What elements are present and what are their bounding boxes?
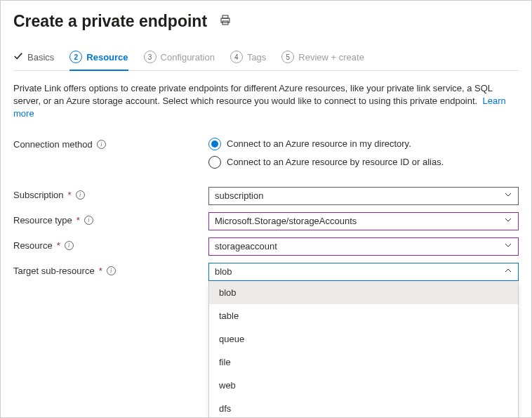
dropdown-option-file[interactable]: file xyxy=(209,351,518,374)
tab-configuration[interactable]: 3 Configuration xyxy=(144,51,215,70)
description-text: Private Link offers options to create pr… xyxy=(13,82,519,121)
select-value: storageaccount xyxy=(215,241,277,252)
select-value: blob xyxy=(215,266,232,277)
target-sub-resource-label: Target sub-resource xyxy=(13,266,95,276)
tab-label: Review + create xyxy=(298,52,364,63)
dropdown-option-queue[interactable]: queue xyxy=(209,327,518,351)
svg-rect-0 xyxy=(222,15,228,18)
step-number-icon: 2 xyxy=(69,51,82,63)
tab-basics[interactable]: Basics xyxy=(13,51,54,70)
tab-label: Configuration xyxy=(161,52,215,63)
required-mark: * xyxy=(57,240,60,251)
select-value: Microsoft.Storage/storageAccounts xyxy=(215,216,357,226)
radio-connect-resource-id[interactable] xyxy=(208,156,221,169)
tabs-nav: Basics 2 Resource 3 Configuration 4 Tags… xyxy=(13,51,519,71)
required-mark: * xyxy=(77,215,80,226)
tab-tags[interactable]: 4 Tags xyxy=(230,51,266,70)
dropdown-option-dfs[interactable]: dfs xyxy=(209,397,518,418)
info-icon[interactable]: i xyxy=(65,241,74,250)
resource-type-select[interactable]: Microsoft.Storage/storageAccounts xyxy=(208,212,519,230)
chevron-up-icon xyxy=(504,266,512,277)
step-number-icon: 4 xyxy=(230,51,243,63)
select-value: subscription xyxy=(215,190,263,201)
print-icon[interactable] xyxy=(220,15,231,28)
radio-connect-directory[interactable] xyxy=(208,138,221,150)
chevron-down-icon xyxy=(504,190,512,201)
resource-select[interactable]: storageaccount xyxy=(208,237,519,256)
subscription-label: Subscription xyxy=(13,190,64,200)
info-icon[interactable]: i xyxy=(76,190,85,200)
chevron-down-icon xyxy=(504,216,512,226)
tab-label: Resource xyxy=(86,52,128,63)
tab-label: Tags xyxy=(247,52,266,63)
required-mark: * xyxy=(68,190,72,200)
target-sub-resource-dropdown: blob table queue file web dfs xyxy=(208,281,519,418)
dropdown-option-blob[interactable]: blob xyxy=(209,281,518,304)
page-title: Create a private endpoint xyxy=(13,12,207,31)
radio-label: Connect to an Azure resource by resource… xyxy=(227,157,444,167)
resource-label: Resource xyxy=(13,240,53,251)
step-number-icon: 3 xyxy=(144,51,157,63)
chevron-down-icon xyxy=(504,241,512,252)
step-number-icon: 5 xyxy=(281,51,294,63)
dropdown-option-table[interactable]: table xyxy=(209,304,518,327)
info-icon[interactable]: i xyxy=(97,140,106,149)
dropdown-option-web[interactable]: web xyxy=(209,374,518,397)
target-sub-resource-select[interactable]: blob xyxy=(208,263,519,281)
tab-label: Basics xyxy=(27,52,54,63)
tab-review-create[interactable]: 5 Review + create xyxy=(281,51,364,70)
info-icon[interactable]: i xyxy=(107,266,116,275)
tab-resource[interactable]: 2 Resource xyxy=(69,51,128,70)
required-mark: * xyxy=(99,266,102,276)
check-icon xyxy=(13,51,23,63)
radio-label: Connect to an Azure resource in my direc… xyxy=(227,138,411,149)
info-icon[interactable]: i xyxy=(84,216,93,225)
connection-method-label: Connection method xyxy=(13,139,93,150)
subscription-select[interactable]: subscription xyxy=(208,187,519,205)
resource-type-label: Resource type xyxy=(13,215,72,226)
